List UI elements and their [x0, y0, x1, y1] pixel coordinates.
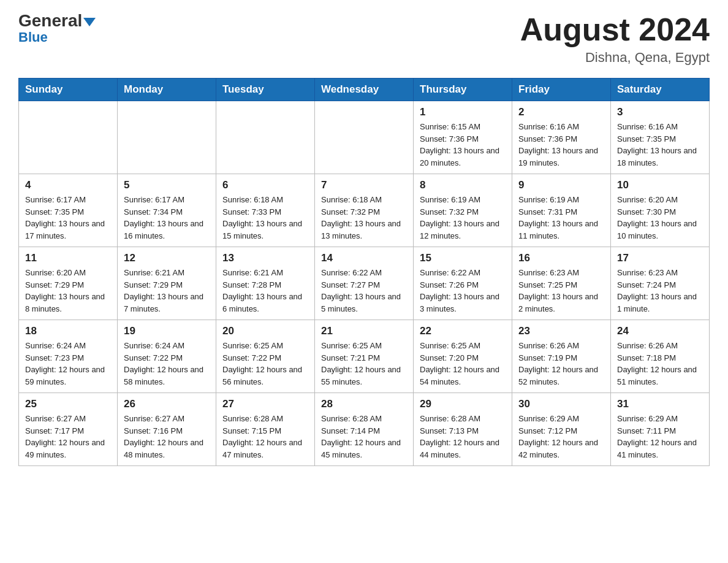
day-number: 14: [321, 252, 407, 264]
table-row: 16Sunrise: 6:23 AMSunset: 7:25 PMDayligh…: [512, 247, 611, 320]
table-row: 25Sunrise: 6:27 AMSunset: 7:17 PMDayligh…: [19, 393, 118, 466]
table-row: 7Sunrise: 6:18 AMSunset: 7:32 PMDaylight…: [315, 174, 414, 247]
day-number: 18: [25, 325, 111, 337]
table-row: 10Sunrise: 6:20 AMSunset: 7:30 PMDayligh…: [611, 174, 710, 247]
day-number: 27: [222, 398, 308, 410]
day-info: Sunrise: 6:27 AMSunset: 7:16 PMDaylight:…: [124, 413, 210, 461]
table-row: 21Sunrise: 6:25 AMSunset: 7:21 PMDayligh…: [315, 320, 414, 393]
calendar-week-row: 4Sunrise: 6:17 AMSunset: 7:35 PMDaylight…: [19, 174, 710, 247]
day-info: Sunrise: 6:25 AMSunset: 7:21 PMDaylight:…: [321, 340, 407, 388]
table-row: 3Sunrise: 6:16 AMSunset: 7:35 PMDaylight…: [611, 101, 710, 174]
logo: General Blue: [18, 12, 96, 45]
table-row: 18Sunrise: 6:24 AMSunset: 7:23 PMDayligh…: [19, 320, 118, 393]
day-number: 25: [25, 398, 111, 410]
day-number: 20: [222, 325, 308, 337]
day-number: 4: [25, 179, 111, 191]
day-number: 11: [25, 252, 111, 264]
day-info: Sunrise: 6:22 AMSunset: 7:27 PMDaylight:…: [321, 267, 407, 315]
day-info: Sunrise: 6:15 AMSunset: 7:36 PMDaylight:…: [420, 121, 506, 169]
day-info: Sunrise: 6:19 AMSunset: 7:32 PMDaylight:…: [420, 194, 506, 242]
day-number: 30: [518, 398, 604, 410]
day-number: 2: [518, 106, 604, 118]
day-info: Sunrise: 6:22 AMSunset: 7:26 PMDaylight:…: [420, 267, 506, 315]
day-number: 10: [617, 179, 703, 191]
day-info: Sunrise: 6:24 AMSunset: 7:23 PMDaylight:…: [25, 340, 111, 388]
col-tuesday: Tuesday: [216, 79, 315, 101]
col-sunday: Sunday: [19, 79, 118, 101]
table-row: 26Sunrise: 6:27 AMSunset: 7:16 PMDayligh…: [118, 393, 216, 466]
table-row: 1Sunrise: 6:15 AMSunset: 7:36 PMDaylight…: [414, 101, 512, 174]
day-number: 22: [420, 325, 506, 337]
day-info: Sunrise: 6:19 AMSunset: 7:31 PMDaylight:…: [518, 194, 604, 242]
table-row: [315, 101, 414, 174]
day-info: Sunrise: 6:28 AMSunset: 7:14 PMDaylight:…: [321, 413, 407, 461]
table-row: 12Sunrise: 6:21 AMSunset: 7:29 PMDayligh…: [118, 247, 216, 320]
day-number: 13: [222, 252, 308, 264]
page-header: General Blue August 2024 Dishna, Qena, E…: [18, 12, 710, 66]
table-row: 31Sunrise: 6:29 AMSunset: 7:11 PMDayligh…: [611, 393, 710, 466]
day-info: Sunrise: 6:21 AMSunset: 7:29 PMDaylight:…: [124, 267, 210, 315]
day-number: 6: [222, 179, 308, 191]
day-number: 1: [420, 106, 506, 118]
table-row: [19, 101, 118, 174]
logo-blue: Blue: [18, 29, 48, 45]
table-row: 15Sunrise: 6:22 AMSunset: 7:26 PMDayligh…: [414, 247, 512, 320]
logo-triangle-icon: [83, 18, 96, 26]
day-number: 7: [321, 179, 407, 191]
calendar-table: Sunday Monday Tuesday Wednesday Thursday…: [18, 78, 710, 466]
day-info: Sunrise: 6:25 AMSunset: 7:20 PMDaylight:…: [420, 340, 506, 388]
table-row: 28Sunrise: 6:28 AMSunset: 7:14 PMDayligh…: [315, 393, 414, 466]
day-info: Sunrise: 6:26 AMSunset: 7:19 PMDaylight:…: [518, 340, 604, 388]
table-row: 20Sunrise: 6:25 AMSunset: 7:22 PMDayligh…: [216, 320, 315, 393]
day-number: 19: [124, 325, 210, 337]
day-info: Sunrise: 6:18 AMSunset: 7:33 PMDaylight:…: [222, 194, 308, 242]
table-row: 30Sunrise: 6:29 AMSunset: 7:12 PMDayligh…: [512, 393, 611, 466]
col-monday: Monday: [118, 79, 216, 101]
title-block: August 2024 Dishna, Qena, Egypt: [520, 12, 710, 66]
day-number: 21: [321, 325, 407, 337]
day-number: 31: [617, 398, 703, 410]
day-number: 16: [518, 252, 604, 264]
subtitle: Dishna, Qena, Egypt: [520, 50, 710, 66]
day-info: Sunrise: 6:16 AMSunset: 7:36 PMDaylight:…: [518, 121, 604, 169]
day-info: Sunrise: 6:25 AMSunset: 7:22 PMDaylight:…: [222, 340, 308, 388]
day-info: Sunrise: 6:17 AMSunset: 7:35 PMDaylight:…: [25, 194, 111, 242]
table-row: 24Sunrise: 6:26 AMSunset: 7:18 PMDayligh…: [611, 320, 710, 393]
day-number: 3: [617, 106, 703, 118]
table-row: 5Sunrise: 6:17 AMSunset: 7:34 PMDaylight…: [118, 174, 216, 247]
table-row: 27Sunrise: 6:28 AMSunset: 7:15 PMDayligh…: [216, 393, 315, 466]
table-row: 2Sunrise: 6:16 AMSunset: 7:36 PMDaylight…: [512, 101, 611, 174]
table-row: 4Sunrise: 6:17 AMSunset: 7:35 PMDaylight…: [19, 174, 118, 247]
day-info: Sunrise: 6:16 AMSunset: 7:35 PMDaylight:…: [617, 121, 703, 169]
table-row: 17Sunrise: 6:23 AMSunset: 7:24 PMDayligh…: [611, 247, 710, 320]
day-info: Sunrise: 6:18 AMSunset: 7:32 PMDaylight:…: [321, 194, 407, 242]
day-number: 24: [617, 325, 703, 337]
main-title: August 2024: [520, 12, 710, 47]
day-info: Sunrise: 6:29 AMSunset: 7:12 PMDaylight:…: [518, 413, 604, 461]
calendar-header-row: Sunday Monday Tuesday Wednesday Thursday…: [19, 79, 710, 101]
day-info: Sunrise: 6:29 AMSunset: 7:11 PMDaylight:…: [617, 413, 703, 461]
day-info: Sunrise: 6:20 AMSunset: 7:29 PMDaylight:…: [25, 267, 111, 315]
day-number: 8: [420, 179, 506, 191]
logo-general: General: [18, 12, 96, 29]
day-number: 5: [124, 179, 210, 191]
table-row: 19Sunrise: 6:24 AMSunset: 7:22 PMDayligh…: [118, 320, 216, 393]
day-info: Sunrise: 6:20 AMSunset: 7:30 PMDaylight:…: [617, 194, 703, 242]
day-number: 9: [518, 179, 604, 191]
day-info: Sunrise: 6:28 AMSunset: 7:13 PMDaylight:…: [420, 413, 506, 461]
col-saturday: Saturday: [611, 79, 710, 101]
day-info: Sunrise: 6:24 AMSunset: 7:22 PMDaylight:…: [124, 340, 210, 388]
calendar-week-row: 18Sunrise: 6:24 AMSunset: 7:23 PMDayligh…: [19, 320, 710, 393]
calendar-week-row: 11Sunrise: 6:20 AMSunset: 7:29 PMDayligh…: [19, 247, 710, 320]
day-info: Sunrise: 6:26 AMSunset: 7:18 PMDaylight:…: [617, 340, 703, 388]
day-number: 28: [321, 398, 407, 410]
day-number: 17: [617, 252, 703, 264]
day-number: 26: [124, 398, 210, 410]
table-row: 23Sunrise: 6:26 AMSunset: 7:19 PMDayligh…: [512, 320, 611, 393]
day-info: Sunrise: 6:17 AMSunset: 7:34 PMDaylight:…: [124, 194, 210, 242]
table-row: 9Sunrise: 6:19 AMSunset: 7:31 PMDaylight…: [512, 174, 611, 247]
col-wednesday: Wednesday: [315, 79, 414, 101]
table-row: 6Sunrise: 6:18 AMSunset: 7:33 PMDaylight…: [216, 174, 315, 247]
table-row: [216, 101, 315, 174]
calendar-week-row: 25Sunrise: 6:27 AMSunset: 7:17 PMDayligh…: [19, 393, 710, 466]
